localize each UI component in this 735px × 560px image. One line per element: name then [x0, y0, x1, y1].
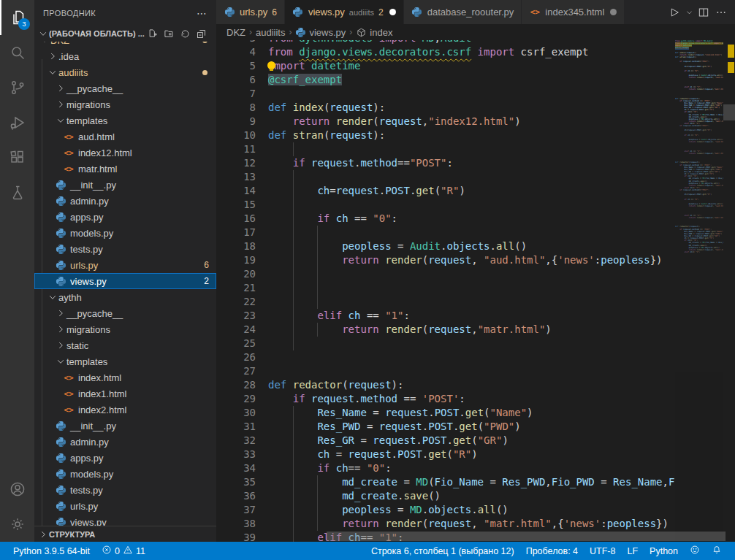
tree-item-templates[interactable]: templates — [34, 353, 216, 369]
code-line-16[interactable]: 16 if ch == "0": — [216, 212, 677, 226]
code-line-37[interactable]: 37 peopless = MD.objects.all() — [216, 503, 677, 517]
code-line-38[interactable]: 38 return render(request, "matr.html",{'… — [216, 517, 677, 531]
lightbulb-icon[interactable] — [267, 61, 276, 71]
minimap[interactable]: from aythh.models import MD,Auditfrom dj… — [675, 40, 723, 542]
search-icon[interactable] — [0, 35, 34, 70]
breadcrumb-item-DKZ[interactable]: DKZ — [226, 27, 245, 38]
code-line-17[interactable]: 17 — [216, 226, 677, 239]
tree-item-migrations[interactable]: migrations — [34, 321, 216, 337]
status-feedback-icon[interactable] — [684, 542, 706, 560]
code-line-32[interactable]: 32 Res_GR = request.POST.get("GR") — [216, 434, 677, 448]
code-line-23[interactable]: 23 elif ch == "1": — [216, 309, 677, 323]
code-line-33[interactable]: 33 ch = request.POST.get("R") — [216, 448, 677, 461]
code-line-14[interactable]: 14 ch=request.POST.get("R") — [216, 184, 677, 198]
new-folder-icon[interactable] — [162, 27, 175, 40]
code-line-18[interactable]: 18 peopless = Audit.objects.all() — [216, 239, 677, 253]
code-line-6[interactable]: 6@csrf_exempt — [216, 73, 677, 87]
split-editor-icon[interactable] — [696, 4, 712, 20]
code-line-4[interactable]: 4from django.views.decorators.csrf impor… — [216, 45, 677, 59]
code-line-34[interactable]: 34 if ch== "0": — [216, 461, 677, 475]
chevron-down-icon[interactable] — [684, 4, 694, 20]
extensions-icon[interactable] — [0, 140, 34, 175]
dirty-indicator-icon[interactable] — [610, 9, 617, 15]
tab-views.py[interactable]: views.pyaudiiits2 — [285, 0, 404, 24]
status-python-interpreter[interactable]: Python 3.9.5 64-bit — [7, 542, 96, 560]
tab-database_roouter.py[interactable]: database_roouter.py — [404, 0, 522, 24]
status-eol[interactable]: LF — [621, 542, 644, 560]
tree-item-models.py[interactable]: models.py — [34, 225, 216, 241]
tree-item-__init__.py[interactable]: __init__.py — [34, 177, 216, 193]
code-line-13[interactable]: 13 — [216, 170, 677, 184]
code-line-3[interactable]: 3from aythh.models import MD,Audit — [216, 40, 677, 45]
explorer-icon[interactable]: 3 — [0, 0, 34, 35]
code-line-19[interactable]: 19 return render(request, "aud.html",{'n… — [216, 253, 677, 267]
tree-item-urls.py[interactable]: urls.py6 — [34, 257, 216, 273]
tree-item-aud.html[interactable]: <>aud.html — [34, 129, 216, 145]
collapse-all-icon[interactable] — [194, 27, 207, 40]
tree-item-.idea[interactable]: .idea — [34, 48, 216, 64]
tree-item-apps.py[interactable]: apps.py — [34, 450, 216, 466]
tree-item-matr.html[interactable]: <>matr.html — [34, 161, 216, 177]
tree-item-__pycache__[interactable]: __pycache__ — [34, 80, 216, 96]
tree-item-__pycache__[interactable]: __pycache__ — [34, 305, 216, 321]
new-file-icon[interactable] — [146, 27, 159, 40]
dirty-indicator-icon[interactable] — [389, 9, 396, 15]
code-line-30[interactable]: 30 Res_Name = request.POST.get("Name") — [216, 406, 677, 420]
more-actions-icon[interactable] — [713, 4, 729, 20]
tab-urls.py[interactable]: urls.py6 — [216, 0, 285, 24]
tree-item-index1.html[interactable]: <>index1.html — [34, 386, 216, 402]
outline-section-header[interactable]: СТРУКТУРА — [34, 526, 216, 542]
tree-item-urls.py[interactable]: urls.py — [34, 498, 216, 514]
tree-item-aythh[interactable]: aythh — [34, 289, 216, 305]
code-line-35[interactable]: 35 md_create = MD(Fio_Name = Res_PWD,Fio… — [216, 475, 677, 489]
testing-icon[interactable] — [0, 175, 34, 210]
code-line-7[interactable]: 7 — [216, 87, 677, 101]
tree-item-apps.py[interactable]: apps.py — [34, 209, 216, 225]
tree-item-views.py[interactable]: views.py — [34, 514, 216, 526]
code-line-36[interactable]: 36 md_create.save() — [216, 489, 677, 503]
tree-item-migrations[interactable]: migrations — [34, 96, 216, 112]
code-line-31[interactable]: 31 Res_PWD = request.POST.get("PWD") — [216, 420, 677, 434]
tree-item-tests.py[interactable]: tests.py — [34, 482, 216, 498]
code-line-8[interactable]: 8def index(request): — [216, 101, 677, 115]
explorer-more-actions-icon[interactable]: ⋯ — [197, 7, 207, 19]
tree-item-tests.py[interactable]: tests.py — [34, 241, 216, 257]
code-line-11[interactable]: 11 — [216, 142, 677, 156]
tree-item-audiiits[interactable]: audiiits — [34, 64, 216, 80]
status-problems[interactable]: 011 — [96, 542, 151, 560]
tree-item-index12.html[interactable]: <>index12.html — [34, 145, 216, 161]
code-line-22[interactable]: 22 — [216, 295, 677, 309]
status-indentation[interactable]: Пробелов: 4 — [520, 542, 584, 560]
refresh-icon[interactable] — [178, 27, 191, 40]
code-line-28[interactable]: 28def redactor(request): — [216, 378, 677, 392]
tree-item-index.html[interactable]: <>index.html — [34, 369, 216, 386]
tree-item-models.py[interactable]: models.py — [34, 466, 216, 482]
tree-item-__init__.py[interactable]: __init__.py — [34, 418, 216, 434]
tree-item-admin.py[interactable]: admin.py — [34, 193, 216, 209]
tree-item-index2.html[interactable]: <>index2.html — [34, 402, 216, 418]
status-language-mode[interactable]: Python — [644, 542, 684, 560]
breadcrumb-item-views.py[interactable]: views.py — [295, 27, 346, 38]
code-line-27[interactable]: 27 — [216, 364, 677, 378]
status-notifications-icon[interactable] — [706, 542, 728, 560]
breadcrumb-item-audiiits[interactable]: audiiits — [256, 27, 285, 38]
tab-index345.html[interactable]: <>index345.html — [522, 0, 625, 24]
code-line-5[interactable]: 5import datetime — [216, 59, 677, 73]
run-debug-icon[interactable] — [0, 105, 34, 140]
source-control-icon[interactable] — [0, 70, 34, 105]
vertical-scrollbar-thumb[interactable] — [723, 104, 735, 120]
code-line-24[interactable]: 24 return render(request,"matr.html") — [216, 323, 677, 337]
tree-item-templates[interactable]: templates — [34, 112, 216, 129]
code-line-26[interactable]: 26 — [216, 350, 677, 364]
run-icon[interactable] — [666, 4, 682, 20]
code-line-10[interactable]: 10def stran(request): — [216, 129, 677, 142]
code-line-20[interactable]: 20 — [216, 267, 677, 281]
account-icon[interactable] — [0, 472, 34, 507]
tree-item-DKZ[interactable]: DKZ — [34, 42, 216, 48]
code-line-9[interactable]: 9 return render(request,"index12.html") — [216, 115, 677, 129]
tree-item-static[interactable]: static — [34, 337, 216, 353]
breadcrumb-item-index[interactable]: index — [356, 27, 392, 38]
code-line-21[interactable]: 21 — [216, 281, 677, 295]
status-encoding[interactable]: UTF-8 — [584, 542, 621, 560]
code-line-15[interactable]: 15 — [216, 198, 677, 212]
